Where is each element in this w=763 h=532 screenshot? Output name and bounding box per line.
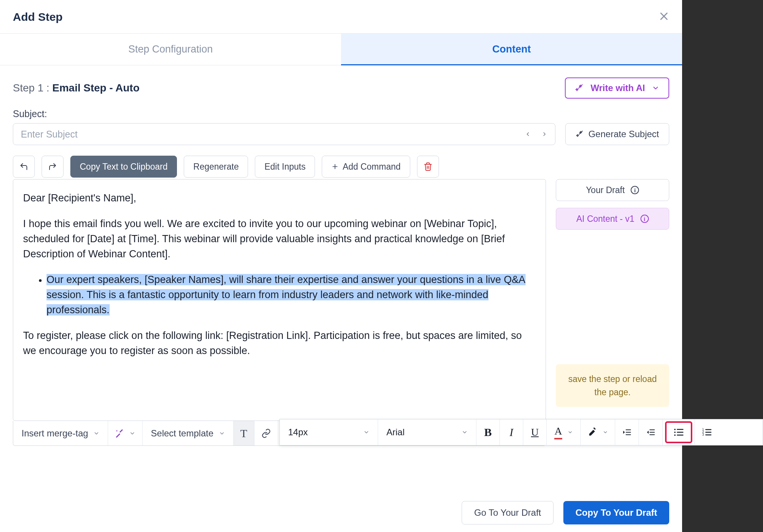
floating-format-toolbar: 14px Arial B I U A 123 bbox=[279, 419, 763, 445]
chevron-down-icon bbox=[93, 430, 99, 436]
chevron-right-icon[interactable] bbox=[541, 131, 547, 137]
subject-input-wrap bbox=[13, 123, 555, 145]
redo-icon bbox=[48, 162, 57, 171]
chevron-down-icon bbox=[652, 84, 659, 92]
plus-icon bbox=[331, 163, 339, 170]
magic-wand-icon bbox=[575, 84, 584, 93]
modal-title: Add Step bbox=[13, 11, 63, 23]
undo-button[interactable] bbox=[13, 156, 35, 178]
edit-inputs-label: Edit Inputs bbox=[264, 162, 306, 172]
subject-label: Subject: bbox=[13, 108, 669, 119]
email-bullet: Our expert speakers, [Speaker Names], wi… bbox=[47, 272, 536, 318]
select-template-button[interactable]: Select template bbox=[143, 421, 233, 445]
italic-button[interactable]: I bbox=[500, 419, 523, 445]
generate-subject-button[interactable]: Generate Subject bbox=[565, 123, 669, 145]
your-draft-label: Your Draft bbox=[586, 185, 625, 195]
chevron-down-icon bbox=[462, 429, 468, 435]
your-draft-chip[interactable]: Your Draft i bbox=[556, 179, 669, 201]
text-color-icon: A bbox=[554, 425, 562, 439]
email-bullet-highlighted: Our expert speakers, [Speaker Names], wi… bbox=[47, 274, 526, 315]
numbered-list-button[interactable]: 123 bbox=[695, 419, 719, 445]
magic-wand-icon bbox=[115, 429, 124, 438]
ai-magic-button[interactable] bbox=[108, 421, 143, 445]
copy-text-label: Copy Text to Clipboard bbox=[80, 162, 167, 172]
add-command-label: Add Command bbox=[343, 162, 400, 172]
modal-footer: Go To Your Draft Copy To Your Draft bbox=[0, 486, 682, 532]
copy-to-draft-label: Copy To Your Draft bbox=[575, 507, 657, 518]
save-hint-text: save the step or reload the page. bbox=[568, 374, 657, 397]
chevron-down-icon bbox=[219, 430, 225, 436]
info-icon[interactable]: i bbox=[640, 215, 649, 223]
generate-subject-label: Generate Subject bbox=[588, 129, 659, 139]
step-title: Step 1 : Email Step - Auto bbox=[13, 82, 140, 94]
regenerate-button[interactable]: Regenerate bbox=[184, 156, 248, 178]
text-format-button[interactable]: T bbox=[234, 421, 254, 445]
write-with-ai-button[interactable]: Write with AI bbox=[565, 77, 669, 99]
close-icon[interactable] bbox=[659, 11, 669, 23]
tab-bar: Step Configuration Content bbox=[0, 34, 682, 65]
font-size-value: 14px bbox=[288, 427, 308, 438]
regenerate-label: Regenerate bbox=[193, 162, 239, 172]
indent-button[interactable] bbox=[615, 419, 639, 445]
font-family-value: Arial bbox=[386, 427, 405, 438]
svg-text:3: 3 bbox=[702, 433, 704, 436]
go-to-draft-label: Go To Your Draft bbox=[474, 507, 541, 518]
chevron-down-icon bbox=[603, 430, 608, 435]
info-icon[interactable]: i bbox=[631, 186, 639, 194]
right-column: Your Draft i AI Content - v1 i save the … bbox=[556, 179, 669, 446]
copy-text-button[interactable]: Copy Text to Clipboard bbox=[70, 156, 177, 178]
highlighter-icon bbox=[588, 427, 597, 437]
ai-content-label: AI Content - v1 bbox=[576, 214, 634, 224]
bold-icon: B bbox=[484, 426, 492, 439]
add-step-modal: Add Step Step Configuration Content Step… bbox=[0, 0, 682, 532]
email-intro: I hope this email finds you well. We are… bbox=[23, 217, 536, 262]
bold-button[interactable]: B bbox=[476, 419, 500, 445]
font-size-select[interactable]: 14px bbox=[280, 419, 378, 445]
edit-inputs-button[interactable]: Edit Inputs bbox=[255, 156, 315, 178]
email-greeting: Dear [Recipient's Name], bbox=[23, 191, 536, 206]
save-hint: save the step or reload the page. bbox=[556, 364, 669, 407]
chevron-down-icon bbox=[129, 430, 135, 436]
chevron-down-icon bbox=[363, 429, 369, 435]
insert-link-button[interactable] bbox=[254, 421, 278, 445]
background-overlay bbox=[682, 0, 763, 532]
write-with-ai-label: Write with AI bbox=[591, 83, 645, 93]
tab-step-configuration[interactable]: Step Configuration bbox=[0, 34, 341, 65]
italic-icon: I bbox=[510, 426, 513, 439]
text-color-button[interactable]: A bbox=[547, 419, 581, 445]
numbered-list-icon: 123 bbox=[702, 427, 712, 438]
underline-button[interactable]: U bbox=[523, 419, 547, 445]
insert-merge-tag-button[interactable]: Insert merge-tag bbox=[13, 421, 108, 445]
highlight-color-button[interactable] bbox=[581, 419, 615, 445]
outdent-button[interactable] bbox=[639, 419, 663, 445]
outdent-icon bbox=[646, 427, 656, 437]
bullet-list-icon bbox=[673, 427, 684, 438]
step-name: Email Step - Auto bbox=[52, 82, 140, 94]
tab-content[interactable]: Content bbox=[341, 34, 682, 65]
select-template-label: Select template bbox=[151, 428, 213, 439]
indent-icon bbox=[622, 427, 632, 437]
link-icon bbox=[261, 428, 271, 438]
redo-button[interactable] bbox=[42, 156, 64, 178]
chevron-left-icon[interactable] bbox=[525, 131, 531, 137]
svg-point-21 bbox=[674, 435, 676, 436]
trash-icon bbox=[423, 162, 433, 171]
copy-to-draft-button[interactable]: Copy To Your Draft bbox=[563, 501, 669, 524]
modal-header: Add Step bbox=[0, 0, 682, 34]
go-to-draft-button[interactable]: Go To Your Draft bbox=[462, 501, 554, 524]
add-command-button[interactable]: Add Command bbox=[322, 156, 410, 178]
step-prefix: Step 1 : bbox=[13, 82, 50, 94]
email-register: To register, please click on the followi… bbox=[23, 328, 536, 359]
delete-button[interactable] bbox=[417, 156, 439, 178]
svg-point-19 bbox=[674, 429, 676, 430]
insert-merge-tag-label: Insert merge-tag bbox=[22, 428, 88, 439]
font-family-select[interactable]: Arial bbox=[378, 419, 476, 445]
undo-icon bbox=[19, 162, 28, 171]
magic-wand-icon bbox=[575, 130, 584, 138]
email-editor[interactable]: Dear [Recipient's Name], I hope this ema… bbox=[13, 179, 546, 421]
bullet-list-button[interactable] bbox=[663, 419, 695, 445]
ai-content-chip[interactable]: AI Content - v1 i bbox=[556, 208, 669, 230]
subject-input[interactable] bbox=[21, 129, 525, 140]
text-icon: T bbox=[240, 427, 247, 440]
chevron-down-icon bbox=[568, 430, 573, 435]
